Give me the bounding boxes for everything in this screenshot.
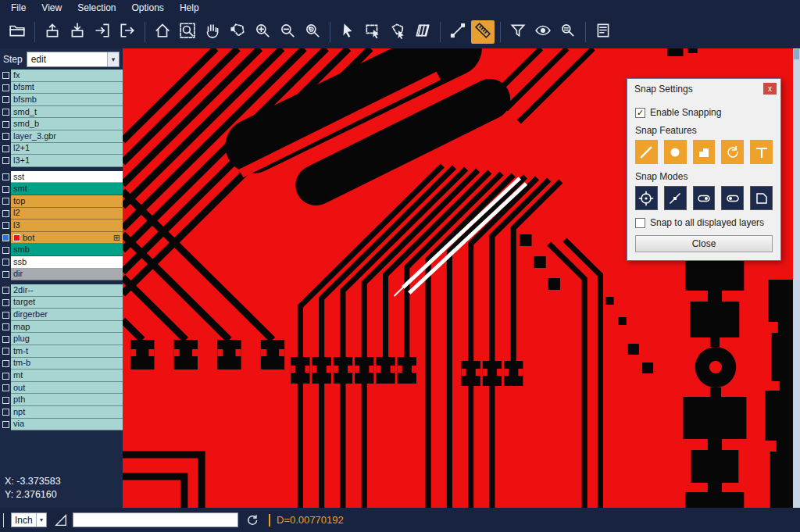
layer-name-cell[interactable]: 2dir--: [11, 284, 123, 297]
layer-name-cell[interactable]: plug: [11, 333, 123, 345]
layer-row-pth[interactable]: pth: [0, 394, 123, 406]
layer-row-l3-1[interactable]: l3+1: [0, 155, 123, 167]
layer-visibility-checkbox[interactable]: [2, 222, 9, 229]
layer-row-out[interactable]: out: [0, 382, 123, 395]
snap-feature-arc-button[interactable]: [721, 140, 744, 164]
layer-visibility-checkbox[interactable]: [2, 271, 9, 278]
layer-name-cell[interactable]: sst: [11, 171, 123, 184]
layer-row-bfsmt[interactable]: bfsmt: [0, 82, 123, 95]
layer-visibility-checkbox[interactable]: [2, 186, 9, 193]
layer-row-top[interactable]: top: [0, 195, 123, 208]
layer-name-cell[interactable]: map: [11, 321, 123, 334]
layer-name-cell[interactable]: smd_t: [11, 106, 123, 119]
layer-row-map[interactable]: map: [0, 321, 123, 334]
hatch-fill-button[interactable]: [411, 20, 434, 44]
menu-item-view[interactable]: View: [34, 1, 70, 15]
layer-name-cell[interactable]: smd_b: [11, 118, 123, 130]
layer-row-target[interactable]: target: [0, 297, 123, 309]
layer-visibility-checkbox[interactable]: [2, 259, 9, 266]
layer-name-cell[interactable]: smt: [11, 183, 123, 195]
layer-row-smt[interactable]: smt: [0, 183, 123, 195]
layer-visibility-checkbox[interactable]: [2, 234, 9, 241]
layer-visibility-checkbox[interactable]: [2, 312, 9, 319]
snap-feature-line-button[interactable]: [635, 140, 658, 164]
zoom-window-button[interactable]: [176, 20, 199, 44]
zoom-in-button[interactable]: [251, 20, 274, 44]
layer-name-cell[interactable]: fx: [11, 70, 123, 82]
chevron-down-icon[interactable]: ▾: [36, 513, 46, 527]
layer-name-cell[interactable]: tm-t: [11, 345, 123, 358]
cursor-button[interactable]: [336, 20, 359, 44]
layer-visibility-checkbox[interactable]: [2, 109, 9, 116]
layer-visibility-checkbox[interactable]: [2, 210, 9, 217]
layer-name-cell[interactable]: bot⊞: [11, 232, 123, 245]
layer-visibility-checkbox[interactable]: [2, 336, 9, 343]
layer-visibility-checkbox[interactable]: [2, 96, 9, 103]
layer-row-npt[interactable]: npt: [0, 406, 123, 419]
layer-name-cell[interactable]: l2: [11, 208, 123, 220]
layer-row-plug[interactable]: plug: [0, 333, 123, 345]
export-up-button[interactable]: [41, 20, 64, 44]
layer-visibility-checkbox[interactable]: [2, 198, 9, 205]
layer-row-layer-3-gbr[interactable]: layer_3.gbr: [0, 130, 123, 143]
layer-name-cell[interactable]: dirgerber: [11, 309, 123, 321]
layer-row-tm-t[interactable]: tm-t: [0, 345, 123, 358]
layer-visibility-checkbox[interactable]: [2, 323, 9, 330]
layer-row-bfsmb[interactable]: bfsmb: [0, 94, 123, 106]
menu-item-selection[interactable]: Selection: [70, 1, 123, 15]
layer-visibility-checkbox[interactable]: [2, 133, 9, 140]
angle-gauge-icon[interactable]: [54, 513, 68, 527]
ruler-button[interactable]: [471, 20, 495, 44]
layer-visibility-checkbox[interactable]: [2, 384, 9, 391]
dialog-title-bar[interactable]: Snap Settings x: [627, 79, 780, 98]
layer-name-cell[interactable]: smb: [11, 244, 123, 256]
zoom-out-button[interactable]: [276, 20, 299, 44]
report-button[interactable]: [591, 20, 615, 44]
snap-feature-corner-button[interactable]: [693, 140, 716, 164]
layer-row-l3[interactable]: l3: [0, 220, 123, 232]
snap-feature-pad-button[interactable]: [664, 140, 687, 164]
layer-visibility-checkbox[interactable]: [2, 157, 9, 164]
layer-row-2dir-[interactable]: 2dir--: [0, 284, 123, 297]
layer-row-bot[interactable]: bot⊞: [0, 232, 123, 245]
snap-mode-slot-right-button[interactable]: [693, 186, 716, 210]
layer-visibility-checkbox[interactable]: [2, 409, 9, 416]
filter-button[interactable]: [506, 20, 530, 44]
layer-row-dir[interactable]: dir: [0, 269, 123, 281]
search-net-button[interactable]: [556, 20, 580, 44]
menu-item-help[interactable]: Help: [172, 1, 207, 15]
layer-name-cell[interactable]: l2+1: [11, 143, 123, 155]
pan-hand-button[interactable]: [201, 20, 224, 44]
layer-visibility-checkbox[interactable]: [2, 360, 9, 367]
layer-visibility-checkbox[interactable]: [2, 421, 9, 428]
enable-snapping-checkbox[interactable]: ✓: [635, 108, 645, 118]
layer-row-mt[interactable]: mt: [0, 370, 123, 382]
zoom-reset-button[interactable]: [301, 20, 324, 44]
layer-visibility-checkbox[interactable]: [2, 84, 9, 91]
layer-row-smb[interactable]: smb: [0, 244, 123, 256]
layer-name-cell[interactable]: tm-b: [11, 358, 123, 370]
layer-name-cell[interactable]: mt: [11, 370, 123, 382]
chevron-down-icon[interactable]: ▾: [107, 52, 119, 66]
measure-line-button[interactable]: [446, 20, 470, 44]
layer-row-smd-b[interactable]: smd_b: [0, 118, 123, 130]
vertical-scrollbar[interactable]: [793, 48, 800, 508]
enable-snapping-row[interactable]: ✓ Enable Snapping: [635, 107, 773, 118]
command-input[interactable]: [73, 512, 238, 527]
menu-item-options[interactable]: Options: [124, 1, 172, 15]
layer-name-cell[interactable]: npt: [11, 406, 123, 419]
layer-visibility-checkbox[interactable]: [2, 397, 9, 404]
home-button[interactable]: [151, 20, 174, 44]
layer-name-cell[interactable]: ssb: [11, 256, 123, 269]
layer-visibility-checkbox[interactable]: [2, 72, 9, 79]
layer-visibility-checkbox[interactable]: [2, 247, 9, 254]
layer-name-cell[interactable]: pth: [11, 394, 123, 406]
layer-name-cell[interactable]: bfsmb: [11, 94, 123, 106]
select-rect-button[interactable]: [361, 20, 384, 44]
layer-visibility-checkbox[interactable]: [2, 173, 9, 180]
import-left-button[interactable]: [91, 20, 114, 44]
snap-feature-text-button[interactable]: [750, 140, 773, 164]
layer-name-cell[interactable]: out: [11, 382, 123, 395]
layer-name-cell[interactable]: target: [11, 297, 123, 309]
close-button[interactable]: Close: [635, 235, 773, 252]
